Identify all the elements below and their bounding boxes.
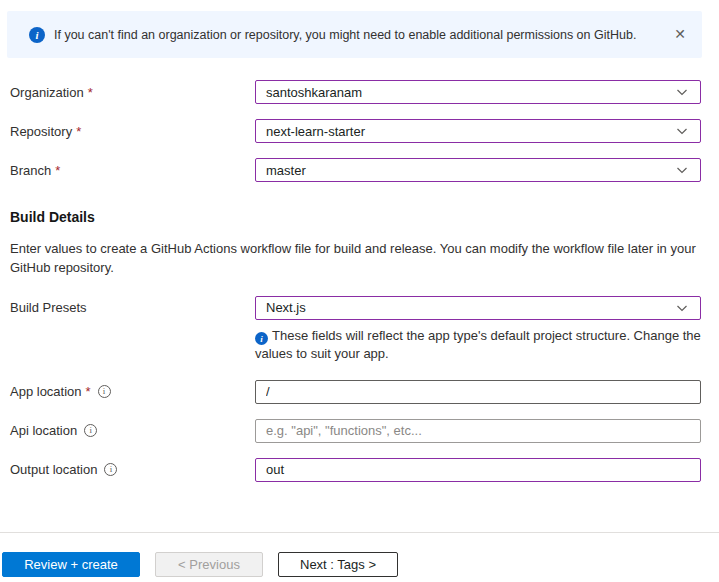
organization-label: Organization * [10, 85, 255, 100]
app-location-input[interactable] [255, 380, 701, 404]
repository-label: Repository * [10, 124, 255, 139]
output-location-input[interactable] [255, 458, 701, 482]
info-icon: i [29, 27, 45, 43]
chevron-down-icon [676, 86, 688, 98]
footer-divider [0, 532, 719, 533]
api-location-label: Api location i [10, 423, 255, 438]
repository-select[interactable]: next-learn-starter [255, 119, 701, 143]
api-location-input[interactable] [255, 419, 701, 443]
branch-label: Branch * [10, 163, 255, 178]
branch-row: Branch * master [10, 158, 701, 182]
app-location-label: App location * i [10, 384, 255, 399]
create-static-web-app-form: i If you can't find an organization or r… [0, 11, 719, 577]
required-marker: * [76, 124, 81, 139]
footer-buttons: Review + create < Previous Next : Tags > [2, 552, 719, 577]
banner-text: If you can't find an organization or rep… [54, 28, 636, 42]
build-presets-select[interactable]: Next.js [255, 296, 701, 320]
required-marker: * [55, 163, 60, 178]
source-section: Organization * santoshkaranam Repository… [10, 80, 701, 482]
label-text: Branch [10, 163, 51, 178]
output-location-label: Output location i [10, 462, 255, 477]
label-text: Repository [10, 124, 72, 139]
github-permissions-banner: i If you can't find an organization or r… [7, 11, 702, 58]
label-text: Api location [10, 423, 77, 438]
build-details-heading: Build Details [10, 209, 701, 225]
previous-button[interactable]: < Previous [155, 552, 263, 577]
preset-note: iThese fields will reflect the app type'… [255, 327, 701, 364]
build-presets-row: Build Presets Next.js [10, 296, 701, 320]
api-location-row: Api location i [10, 419, 701, 443]
repository-value: next-learn-starter [266, 124, 365, 139]
branch-value: master [266, 163, 306, 178]
build-presets-label: Build Presets [10, 300, 255, 315]
organization-value: santoshkaranam [266, 85, 362, 100]
info-icon: i [255, 332, 268, 345]
app-location-row: App location * i [10, 380, 701, 404]
chevron-down-icon [676, 302, 688, 314]
info-icon[interactable]: i [104, 463, 117, 476]
chevron-down-icon [676, 125, 688, 137]
info-icon[interactable]: i [98, 385, 111, 398]
chevron-down-icon [676, 164, 688, 176]
output-location-row: Output location i [10, 458, 701, 482]
required-marker: * [86, 384, 91, 399]
required-marker: * [88, 85, 93, 100]
label-text: Build Presets [10, 300, 87, 315]
organization-select[interactable]: santoshkaranam [255, 80, 701, 104]
organization-row: Organization * santoshkaranam [10, 80, 701, 104]
build-details-description: Enter values to create a GitHub Actions … [10, 240, 701, 278]
review-create-button[interactable]: Review + create [2, 552, 140, 577]
label-text: Organization [10, 85, 84, 100]
label-text: App location [10, 384, 82, 399]
preset-note-text: These fields will reflect the app type's… [255, 328, 701, 362]
build-presets-value: Next.js [266, 300, 306, 315]
label-text: Output location [10, 462, 97, 477]
next-tags-button[interactable]: Next : Tags > [278, 552, 398, 577]
repository-row: Repository * next-learn-starter [10, 119, 701, 143]
branch-select[interactable]: master [255, 158, 701, 182]
close-icon[interactable]: ✕ [672, 21, 688, 46]
preset-note-row: iThese fields will reflect the app type'… [10, 327, 701, 364]
info-icon[interactable]: i [84, 424, 97, 437]
